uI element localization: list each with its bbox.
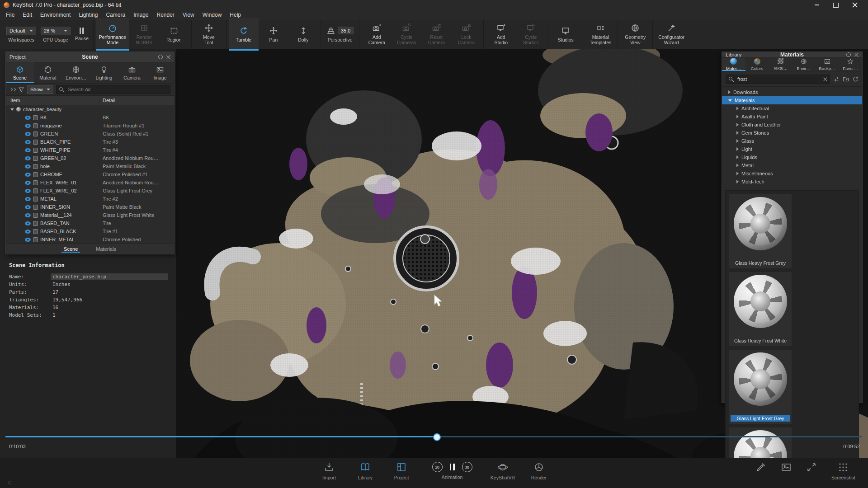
keyshotvr-button[interactable]: KeyShotVR <box>490 462 515 480</box>
tab-scene[interactable]: Scene <box>6 62 34 83</box>
material-tile-selected[interactable]: Glass Light Frost Grey <box>729 350 792 424</box>
visibility-eye-icon[interactable] <box>25 148 31 152</box>
folder-row[interactable]: Architectural <box>722 104 862 113</box>
tumble-button[interactable]: Tumble <box>229 18 259 51</box>
tree-row[interactable]: GREEN Glass (Solid) Red #1 <box>6 130 174 138</box>
import-button[interactable]: Import <box>316 462 342 480</box>
tree-row[interactable]: BASED_TAN Tire <box>6 219 174 227</box>
tree-row[interactable]: GREEN_02 Anodized Niobium Rou… <box>6 154 174 162</box>
visibility-eye-icon[interactable] <box>25 173 31 177</box>
menu-edit[interactable]: Edit <box>19 12 36 18</box>
tab-textures[interactable]: Textu… <box>769 58 792 71</box>
visibility-eye-icon[interactable] <box>25 238 31 242</box>
edit-pencil-button[interactable] <box>755 462 766 473</box>
chevron-right-icon[interactable] <box>736 139 739 143</box>
project-panel-header[interactable]: Project Scene <box>6 52 174 62</box>
chevron-right-icon[interactable] <box>736 180 739 183</box>
tab-material[interactable]: Material <box>34 62 62 83</box>
chevron-down-icon[interactable] <box>10 108 14 111</box>
folder-row-downloads[interactable]: Downloads <box>722 88 862 96</box>
backplate-button[interactable] <box>781 462 792 473</box>
tree-row[interactable]: BLACK_PIPE Tire #3 <box>6 138 174 146</box>
scene-tree-header[interactable]: Item Detail <box>6 96 174 105</box>
cpu-usage-dropdown[interactable]: 28 % CPU Usage <box>38 27 73 42</box>
tree-row[interactable]: BASED_BLACK Tire #1 <box>6 227 174 235</box>
chevron-right-icon[interactable] <box>728 90 731 94</box>
material-templates-button[interactable]: Material Templates <box>585 18 615 51</box>
clear-search-icon[interactable] <box>823 77 827 81</box>
menu-view[interactable]: View <box>179 12 198 18</box>
tree-row[interactable]: FLEX_WIRE_02 Glass Light Frost Grey <box>6 187 174 195</box>
dolly-button[interactable]: Dolly <box>288 18 318 51</box>
close-icon[interactable] <box>854 53 859 57</box>
tree-row[interactable]: Material__124 Glass Light Frost White <box>6 211 174 219</box>
perspective-button[interactable]: 35.0 Perspective <box>323 18 357 51</box>
show-dropdown[interactable]: Show <box>27 85 53 94</box>
tree-row[interactable]: METAL Tire #2 <box>6 195 174 203</box>
forward-frames-button[interactable]: 30 <box>462 462 472 472</box>
cycle-studios-button[interactable]: Cycle Studios <box>516 18 546 51</box>
add-studio-button[interactable]: Add Studio <box>486 18 516 51</box>
region-button[interactable]: Region <box>159 18 189 51</box>
folder-row[interactable]: Miscellaneous <box>722 169 862 178</box>
library-search-box[interactable] <box>726 75 830 84</box>
menu-camera[interactable]: Camera <box>102 12 129 18</box>
minimize-button[interactable] <box>807 0 826 10</box>
render-nurbs-button[interactable]: Render NURBS <box>129 18 159 51</box>
folder-row[interactable]: Glass <box>722 137 862 145</box>
close-icon[interactable] <box>166 55 170 59</box>
folder-row[interactable]: Axalta Paint <box>722 113 862 121</box>
bottom-tab-scene[interactable]: Scene <box>61 245 80 253</box>
menu-image[interactable]: Image <box>129 12 152 18</box>
bottom-tab-materials[interactable]: Materials <box>94 245 118 253</box>
tab-image[interactable]: Image <box>146 62 174 83</box>
pause-playback-button[interactable] <box>450 464 455 470</box>
tab-camera[interactable]: Camera <box>118 62 146 83</box>
configurator-wizard-button[interactable]: Configurator Wizard <box>655 18 688 51</box>
visibility-eye-icon[interactable] <box>25 181 31 185</box>
chevron-right-icon[interactable] <box>736 107 739 110</box>
tree-row[interactable]: CHROME Chrome Polished #1 <box>6 170 174 178</box>
screenshot-button[interactable]: Screenshot <box>831 462 855 480</box>
scene-search-input[interactable] <box>67 86 167 93</box>
pause-button[interactable]: Pause <box>73 28 91 41</box>
chevron-right-icon[interactable] <box>736 147 739 151</box>
library-button[interactable]: Library <box>353 462 378 480</box>
library-panel-header[interactable]: Library Materials <box>722 52 862 58</box>
refresh-icon[interactable] <box>852 76 859 82</box>
chevron-right-icon[interactable] <box>736 155 739 159</box>
folder-row[interactable]: Light <box>722 145 862 153</box>
tab-favorites[interactable]: Favor… <box>839 58 862 71</box>
visibility-eye-icon[interactable] <box>25 116 31 120</box>
menu-window[interactable]: Window <box>198 12 226 18</box>
fullscreen-button[interactable] <box>806 462 817 473</box>
tab-materials[interactable]: Mater… <box>722 58 745 71</box>
chevron-right-icon[interactable] <box>736 123 739 127</box>
folder-row[interactable]: Mold-Tech <box>722 178 862 186</box>
visibility-eye-icon[interactable] <box>25 164 31 169</box>
chevron-right-icon[interactable] <box>736 115 739 118</box>
pin-icon[interactable] <box>158 55 163 59</box>
folder-row[interactable]: Gem Stones <box>722 129 862 137</box>
visibility-eye-icon[interactable] <box>25 221 31 225</box>
rewind-frames-button[interactable]: 10 <box>432 462 443 472</box>
folder-row[interactable]: Liquids <box>722 153 862 161</box>
material-tile[interactable]: Glass Heavy Frost White <box>729 272 792 346</box>
visibility-eye-icon[interactable] <box>25 230 31 234</box>
pin-icon[interactable] <box>846 52 851 57</box>
move-tool-button[interactable]: Move Tool <box>194 18 224 51</box>
tab-environment[interactable]: Environ… <box>62 62 90 83</box>
cycle-cameras-button[interactable]: Cycle Cameras <box>392 18 421 51</box>
tab-colors[interactable]: Colors <box>745 58 769 71</box>
project-button[interactable]: Project <box>389 462 414 480</box>
visibility-eye-icon[interactable] <box>25 213 31 217</box>
add-camera-button[interactable]: Add Camera <box>362 18 392 51</box>
reset-camera-button[interactable]: Reset Camera <box>421 18 451 51</box>
visibility-eye-icon[interactable] <box>25 156 31 160</box>
tree-row[interactable]: character_beauty - <box>6 105 174 113</box>
chevron-down-icon[interactable] <box>728 99 732 102</box>
pan-button[interactable]: Pan <box>259 18 288 51</box>
library-search-input[interactable] <box>736 76 821 82</box>
timeline-track[interactable] <box>5 436 862 437</box>
tab-backplates[interactable]: Backp… <box>816 58 839 71</box>
